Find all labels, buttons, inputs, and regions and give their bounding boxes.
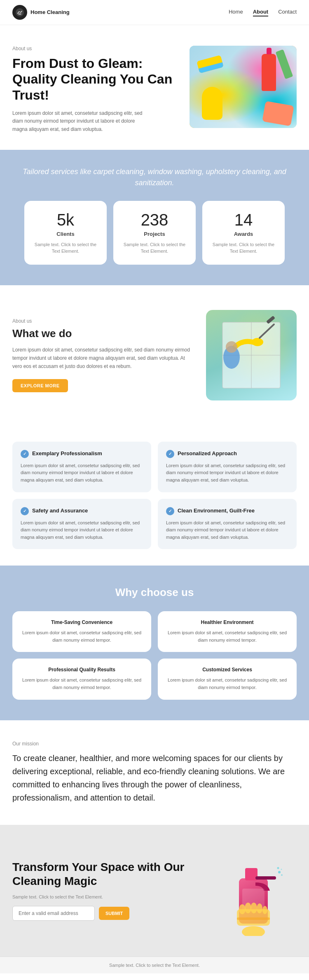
feature-card-1: Personalized Approach Lorem ipsum dolor … (158, 442, 297, 492)
stat-label-projects: Projects (122, 231, 187, 237)
feature-desc-2: Lorem ipsum dolor sit amet, consetetur s… (21, 519, 143, 541)
why-card-1: Healthier Environment Lorem ipsum dolor … (158, 611, 297, 652)
features-section: Exemplary Professionalism Lorem ipsum do… (0, 425, 309, 566)
svg-point-25 (262, 906, 267, 914)
header: Home Cleaning Home About Contact (0, 0, 309, 25)
mission-label: Our mission (12, 741, 297, 747)
feature-check-icon-1 (166, 450, 174, 458)
why-title: Why choose us (12, 586, 297, 599)
sponge-illustration (197, 55, 224, 74)
why-card-desc-0: Lorem ipsum dolor sit amet, consetetur s… (21, 629, 143, 644)
cta-spray-svg (214, 845, 288, 936)
nav-contact[interactable]: Contact (278, 9, 297, 16)
why-card-2: Professional Quality Results Lorem ipsum… (12, 659, 151, 699)
stat-number-clients: 5k (33, 211, 98, 229)
cleaning-svg (214, 314, 288, 396)
why-card-desc-1: Lorem ipsum dolor sit amet, consetetur s… (166, 629, 288, 644)
hero-desc: Lorem ipsum dolor sit amet, consetetur s… (12, 109, 144, 133)
whatwedo-label: About us (12, 318, 194, 324)
svg-point-5 (252, 338, 263, 346)
stat-desc-projects: Sample text. Click to select the Text El… (122, 241, 187, 255)
why-card-title-3: Customized Services (166, 667, 288, 673)
svg-rect-26 (237, 917, 270, 920)
whatwedo-title: What we do (12, 327, 194, 340)
cta-title: Transform Your Space with Our Cleaning M… (12, 860, 198, 888)
feature-header-2: Safety and Assurance (21, 507, 143, 515)
mission-text: To create cleaner, healthier, and more w… (12, 752, 297, 804)
feature-title-2: Safety and Assurance (32, 507, 88, 514)
svg-point-24 (257, 903, 262, 913)
feature-card-3: Clean Environment, Guilt-Free Lorem ipsu… (158, 499, 297, 549)
feature-card-0: Exemplary Professionalism Lorem ipsum do… (12, 442, 151, 492)
feature-card-2: Safety and Assurance Lorem ipsum dolor s… (12, 499, 151, 549)
feature-header-1: Personalized Approach (166, 450, 288, 458)
whatwedo-content: About us What we do Lorem ipsum dolor si… (12, 318, 194, 392)
svg-point-19 (242, 926, 265, 936)
svg-point-14 (278, 871, 281, 873)
svg-point-1 (18, 13, 21, 15)
svg-point-23 (250, 903, 257, 913)
why-card-title-2: Professional Quality Results (21, 667, 143, 673)
hero-content: About us From Dust to Gleam: Quality Cle… (12, 46, 181, 133)
features-grid: Exemplary Professionalism Lorem ipsum do… (12, 442, 297, 549)
cleaning-visual (206, 310, 297, 400)
submit-button[interactable]: SUBMIT (99, 907, 129, 920)
nav-home[interactable]: Home (229, 9, 243, 16)
logo-icon (12, 5, 27, 20)
svg-point-16 (277, 867, 279, 869)
stat-desc-clients: Sample text. Click to select the Text El… (33, 241, 98, 255)
stat-card-projects: 238 Projects Sample text. Click to selec… (113, 201, 196, 265)
towel-illustration (262, 101, 294, 126)
cta-content: Transform Your Space with Our Cleaning M… (12, 860, 198, 921)
feature-check-icon-2 (21, 507, 29, 515)
stat-label-awards: Awards (211, 231, 276, 237)
whatwedo-desc: Lorem ipsum dolor sit amet, consetetur s… (12, 346, 194, 371)
feature-desc-1: Lorem ipsum dolor sit amet, consetetur s… (166, 462, 288, 484)
bottle-illustration (262, 54, 276, 91)
hero-title: From Dust to Gleam: Quality Cleaning You… (12, 56, 181, 103)
feature-header-3: Clean Environment, Guilt-Free (166, 507, 288, 515)
mission-section: Our mission To create cleaner, healthier… (0, 720, 309, 825)
why-card-0: Time-Saving Convenience Lorem ipsum dolo… (12, 611, 151, 652)
whatwedo-section: About us What we do Lorem ipsum dolor si… (0, 285, 309, 425)
feature-title-3: Clean Environment, Guilt-Free (178, 507, 255, 514)
feature-check-icon-3 (166, 507, 174, 515)
logo-text: Home Cleaning (30, 9, 70, 16)
feature-desc-3: Lorem ipsum dolor sit amet, consetetur s… (166, 519, 288, 541)
cta-section: Transform Your Space with Our Cleaning M… (0, 825, 309, 957)
stats-section: Tailored services like carpet cleaning, … (0, 150, 309, 285)
why-card-desc-2: Lorem ipsum dolor sit amet, consetetur s… (21, 677, 143, 691)
svg-point-22 (245, 903, 251, 913)
stat-card-clients: 5k Clients Sample text. Click to select … (24, 201, 107, 265)
svg-point-9 (226, 341, 237, 353)
stats-tagline: Tailored services like carpet cleaning, … (12, 166, 297, 189)
feature-desc-0: Lorem ipsum dolor sit amet, consetetur s… (21, 462, 143, 484)
feature-header-0: Exemplary Professionalism (21, 450, 143, 458)
logo-area: Home Cleaning (12, 5, 70, 20)
glove-illustration (202, 87, 222, 120)
stats-cards: 5k Clients Sample text. Click to select … (12, 201, 297, 265)
why-card-desc-3: Lorem ipsum dolor sit amet, consetetur s… (166, 677, 288, 691)
why-card-title-1: Healthier Environment (166, 619, 288, 625)
cta-bottom-text: Sample text. Click to select the Text El… (0, 957, 309, 973)
why-section: Why choose us Time-Saving Convenience Lo… (0, 566, 309, 720)
whatwedo-image (206, 310, 297, 400)
svg-rect-13 (255, 876, 276, 880)
nav-about[interactable]: About (253, 9, 269, 16)
stat-card-awards: 14 Awards Sample text. Click to select t… (202, 201, 285, 265)
why-card-3: Customized Services Lorem ipsum dolor si… (158, 659, 297, 699)
svg-point-15 (281, 874, 283, 876)
cta-sample-text: Sample text. Click to select the Text El… (12, 894, 198, 899)
feature-check-icon-0 (21, 450, 29, 458)
feature-title-0: Exemplary Professionalism (32, 450, 102, 457)
svg-point-17 (281, 868, 282, 870)
svg-point-0 (16, 8, 24, 16)
hero-section: About us From Dust to Gleam: Quality Cle… (0, 25, 309, 150)
hero-image (190, 46, 297, 128)
cta-form: SUBMIT (12, 906, 198, 921)
why-card-title-0: Time-Saving Convenience (21, 619, 143, 625)
email-input[interactable] (12, 906, 95, 921)
svg-point-21 (239, 904, 246, 914)
feature-title-1: Personalized Approach (178, 450, 237, 457)
explore-more-button[interactable]: EXPLORE MORE (12, 379, 68, 392)
